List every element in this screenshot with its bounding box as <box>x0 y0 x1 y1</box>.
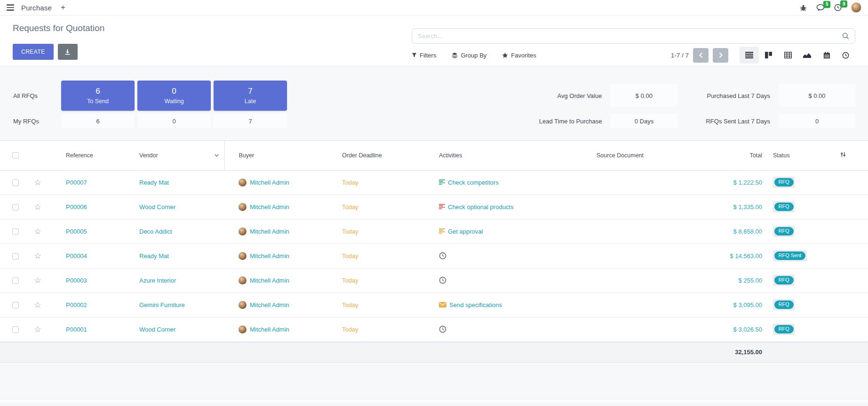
favorites-button[interactable]: Favorites <box>502 52 536 59</box>
column-header-source[interactable]: Source Document <box>578 141 719 170</box>
activity-icon[interactable] <box>439 302 446 308</box>
activity-icon[interactable] <box>439 276 446 284</box>
my-to-send-cell[interactable]: 6 <box>61 114 135 128</box>
vendor-link[interactable]: Wood Corner <box>139 203 175 211</box>
chevron-left-icon <box>699 52 703 58</box>
messages-icon[interactable]: 5 <box>816 4 825 11</box>
table-row[interactable]: ☆ P00001 Wood Corner Mitchell Admin Toda… <box>0 317 868 341</box>
buyer-avatar <box>239 276 247 284</box>
reference-link[interactable]: P00005 <box>66 228 87 235</box>
column-header-total[interactable]: Total <box>719 141 766 170</box>
row-checkbox[interactable] <box>12 277 19 284</box>
column-header-buyer[interactable]: Buyer <box>224 141 328 170</box>
favorite-star-icon[interactable]: ☆ <box>34 276 41 285</box>
buyer-link[interactable]: Mitchell Admin <box>250 203 289 211</box>
column-header-vendor[interactable]: Vendor <box>125 141 224 170</box>
favorite-star-icon[interactable]: ☆ <box>34 203 41 211</box>
select-all-checkbox[interactable] <box>12 152 19 159</box>
favorite-star-icon[interactable]: ☆ <box>34 227 41 236</box>
vendor-link[interactable]: Wood Corner <box>139 326 175 333</box>
vendor-link[interactable]: Azure Interior <box>139 277 176 284</box>
activity-icon[interactable] <box>439 325 446 333</box>
kanban-view-button[interactable] <box>759 47 778 64</box>
reference-link[interactable]: P00002 <box>66 301 87 309</box>
new-tab-plus-icon[interactable]: + <box>59 3 67 12</box>
buyer-link[interactable]: Mitchell Admin <box>250 277 289 284</box>
table-row[interactable]: ☆ P00006 Wood Corner Mitchell Admin Toda… <box>0 195 868 219</box>
vendor-link[interactable]: Deco Addict <box>139 228 172 235</box>
search-box[interactable] <box>412 28 855 44</box>
favorite-star-icon[interactable]: ☆ <box>34 252 41 260</box>
column-header-deadline[interactable]: Order Deadline <box>328 141 425 170</box>
column-header-reference[interactable]: Reference <box>52 141 125 170</box>
table-row[interactable]: ☆ P00004 Ready Mat Mitchell Admin Today … <box>0 244 868 268</box>
activity-icon[interactable] <box>439 179 445 185</box>
activity-icon[interactable] <box>439 252 446 260</box>
graph-view-button[interactable] <box>797 47 817 64</box>
status-badge: RFQ <box>773 201 795 212</box>
favorite-star-icon[interactable]: ☆ <box>34 178 41 187</box>
user-avatar[interactable] <box>851 2 861 13</box>
reference-link[interactable]: P00004 <box>66 252 87 260</box>
activities-clock-icon[interactable]: 9 <box>834 4 842 11</box>
favorite-star-icon[interactable]: ☆ <box>34 325 41 334</box>
activity-view-button[interactable] <box>836 47 855 64</box>
vendor-link[interactable]: Gemini Furniture <box>139 301 185 309</box>
pivot-view-button[interactable] <box>778 47 797 64</box>
row-checkbox[interactable] <box>12 228 19 235</box>
vendor-link[interactable]: Ready Mat <box>139 252 169 260</box>
my-waiting-cell[interactable]: 0 <box>137 114 211 128</box>
row-checkbox[interactable] <box>12 179 19 186</box>
row-checkbox[interactable] <box>12 253 19 260</box>
graph-view-icon <box>803 52 811 58</box>
my-late-cell[interactable]: 7 <box>214 114 287 128</box>
order-deadline: Today <box>342 203 358 211</box>
reference-link[interactable]: P00003 <box>66 277 87 284</box>
total-amount: $ 3,095.00 <box>733 301 762 309</box>
buyer-link[interactable]: Mitchell Admin <box>250 179 289 186</box>
column-header-status[interactable]: Status <box>766 141 840 170</box>
row-checkbox[interactable] <box>12 302 19 309</box>
filters-button[interactable]: Filters <box>412 52 436 59</box>
table-row[interactable]: ☆ P00002 Gemini Furniture Mitchell Admin… <box>0 292 868 317</box>
debug-bug-icon[interactable] <box>800 4 807 11</box>
kpi-to-send-button[interactable]: 6 To Send <box>61 81 135 111</box>
vendor-link[interactable]: Ready Mat <box>139 179 169 186</box>
kpi-waiting-button[interactable]: 0 Waiting <box>137 81 211 111</box>
reference-link[interactable]: P00006 <box>66 203 87 211</box>
reference-link[interactable]: P00001 <box>66 326 87 333</box>
reference-link[interactable]: P00007 <box>66 179 87 186</box>
calendar-view-button[interactable] <box>817 47 836 64</box>
row-checkbox[interactable] <box>12 204 19 211</box>
activity-label[interactable]: Get approval <box>448 228 483 235</box>
kpi-late-button[interactable]: 7 Late <box>214 81 287 111</box>
group-by-button[interactable]: Group By <box>452 52 486 59</box>
pager-next-button[interactable] <box>713 48 728 63</box>
activity-label[interactable]: Check optional products <box>448 203 513 211</box>
table-row[interactable]: ☆ P00007 Ready Mat Mitchell Admin Today … <box>0 170 868 195</box>
activity-icon[interactable] <box>439 204 445 210</box>
table-row[interactable]: ☆ P00005 Deco Addict Mitchell Admin Toda… <box>0 219 868 244</box>
my-rfqs-label: My RFQs <box>13 114 39 128</box>
column-header-activities[interactable]: Activities <box>425 141 578 170</box>
row-checkbox[interactable] <box>12 326 19 333</box>
pager-previous-button[interactable] <box>693 48 709 63</box>
buyer-link[interactable]: Mitchell Admin <box>250 326 289 333</box>
buyer-link[interactable]: Mitchell Admin <box>250 252 289 260</box>
activity-label[interactable]: Send specifications <box>449 301 502 309</box>
activity-label[interactable]: Check competitors <box>448 179 499 186</box>
favorite-star-icon[interactable]: ☆ <box>34 300 41 309</box>
buyer-link[interactable]: Mitchell Admin <box>250 301 289 309</box>
bottom-strip <box>0 399 868 403</box>
optional-columns-icon[interactable] <box>840 151 846 158</box>
activity-icon[interactable] <box>439 228 445 234</box>
search-icon <box>842 32 849 40</box>
apps-menu-icon[interactable] <box>7 4 14 10</box>
list-view-button[interactable] <box>740 47 759 64</box>
table-row[interactable]: ☆ P00003 Azure Interior Mitchell Admin T… <box>0 268 868 292</box>
search-input[interactable] <box>418 32 842 40</box>
app-menu-title[interactable]: Purchase <box>21 4 52 12</box>
export-download-button[interactable] <box>58 44 78 60</box>
buyer-link[interactable]: Mitchell Admin <box>250 228 289 235</box>
create-button[interactable]: CREATE <box>13 44 54 60</box>
